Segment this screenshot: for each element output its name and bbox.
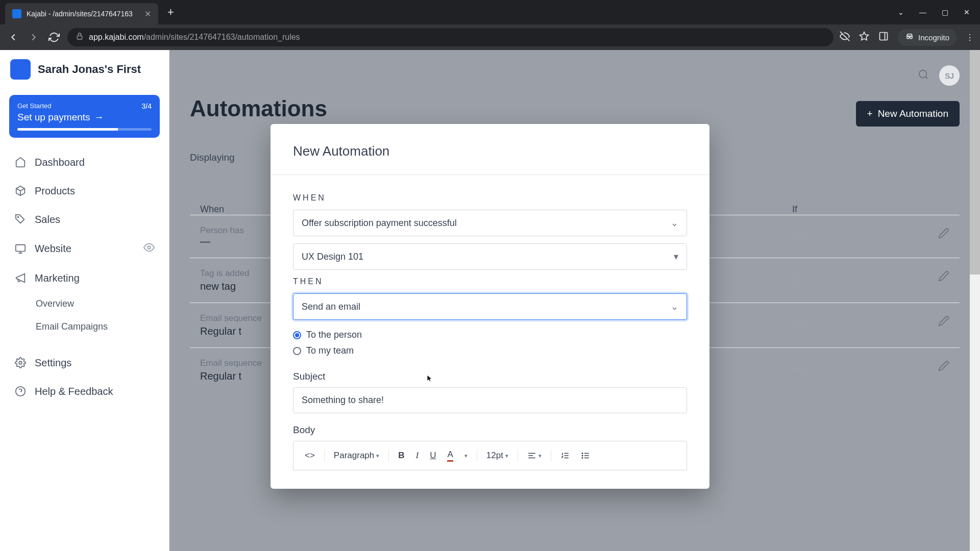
editor-toolbar: <> Paragraph ▾ B I U A ▾ 12pt ▾ ▾ [293,441,687,470]
avatar[interactable]: SJ [939,65,960,86]
kebab-icon[interactable]: ⋮ [966,33,974,42]
font-size-select[interactable]: 12pt ▾ [482,447,512,464]
radio-icon [293,347,301,355]
subnav-overview[interactable]: Overview [36,292,169,315]
text-color-button[interactable]: A [443,446,457,465]
then-action-select[interactable]: Send an email ⌄ [293,293,687,320]
close-icon[interactable]: ✕ [144,9,151,19]
scrollbar[interactable] [970,50,980,551]
pencil-icon[interactable] [938,360,949,373]
address-bar: app.kajabi.com/admin/sites/2147647163/au… [0,24,980,50]
nav-label: Marketing [35,272,80,284]
ordered-list-button[interactable] [556,448,574,463]
radio-label: To my team [306,345,354,356]
modal-title: New Automation [293,143,687,159]
paragraph-select[interactable]: Paragraph ▾ [330,447,383,464]
pencil-icon[interactable] [938,228,949,241]
subnav-email-campaigns[interactable]: Email Campaigns [36,315,169,338]
svg-point-5 [910,36,913,39]
forward-button[interactable] [27,30,41,44]
incognito-label: Incognito [918,33,949,42]
brand[interactable]: Sarah Jonas's First [0,59,169,90]
window-controls: ⌄ ― ▢ ✕ [898,8,980,16]
incognito-badge[interactable]: Incognito [898,29,957,46]
search-icon[interactable] [918,69,929,82]
brand-name: Sarah Jonas's First [38,63,141,76]
then-label: THEN [293,277,687,286]
radio-label: To the person [306,330,362,340]
new-automation-modal: New Automation WHEN Offer subscription p… [271,124,709,489]
tabs-dropdown-icon[interactable]: ⌄ [898,8,904,16]
unordered-list-button[interactable] [577,448,594,463]
home-icon [14,156,27,168]
sidebar-item-settings[interactable]: Settings [0,348,169,377]
setup-card[interactable]: Get Started 3/4 Set up payments → [9,95,160,138]
browser-tab[interactable]: Kajabi - /admin/sites/2147647163 ✕ [5,3,158,24]
radio-to-team[interactable]: To my team [293,343,687,359]
megaphone-icon [14,272,27,284]
text-color-dropdown[interactable]: ▾ [460,449,472,462]
svg-point-25 [582,453,583,454]
svg-rect-7 [16,244,25,251]
select-value: UX Design 101 [302,252,363,262]
svg-point-10 [148,246,151,249]
favicon [12,9,21,18]
nav-label: Settings [35,357,71,369]
nav-label: Sales [35,214,60,226]
progress-bar [17,128,152,131]
svg-point-26 [582,455,583,456]
eye-off-icon[interactable] [840,31,850,43]
pencil-icon[interactable] [938,315,949,329]
svg-point-27 [582,458,583,459]
svg-point-11 [19,361,22,364]
subject-input[interactable] [293,387,687,413]
sidebar: Sarah Jonas's First Get Started 3/4 Set … [0,50,169,551]
tab-bar: Kajabi - /admin/sites/2147647163 ✕ + ⌄ ―… [0,0,980,24]
lock-icon [76,32,84,42]
setup-main-label: Set up payments [17,112,90,123]
minimize-button[interactable]: ― [919,8,926,16]
svg-rect-2 [880,33,888,40]
underline-button[interactable]: U [426,447,440,464]
url-host: app.kajabi.com [89,33,144,41]
chevron-down-icon: ⌄ [671,301,678,312]
nav-label: Products [35,185,75,197]
select-value: Offer subscription payment successful [302,218,457,229]
eye-icon[interactable] [143,242,155,256]
close-window-button[interactable]: ✕ [964,8,970,16]
back-button[interactable] [6,30,20,44]
pencil-icon[interactable] [938,270,949,284]
sidebar-item-sales[interactable]: Sales [0,205,169,234]
new-automation-button[interactable]: + New Automation [856,101,960,127]
sidebar-item-products[interactable]: Products [0,177,169,205]
sidebar-item-website[interactable]: Website [0,234,169,264]
bold-button[interactable]: B [394,447,408,464]
new-tab-button[interactable]: + [167,6,174,19]
svg-line-15 [925,77,927,79]
nav-label: Website [35,243,71,255]
panel-icon[interactable] [878,31,889,43]
sidebar-item-marketing[interactable]: Marketing [0,264,169,292]
nav-label: Dashboard [35,157,85,168]
svg-point-6 [18,217,19,218]
new-automation-label: New Automation [878,108,948,119]
reload-button[interactable] [47,30,61,44]
setup-small: Get Started [17,102,152,110]
sidebar-item-help[interactable]: Help & Feedback [0,377,169,406]
url-field[interactable]: app.kajabi.com/admin/sites/2147647163/au… [67,28,834,46]
maximize-button[interactable]: ▢ [942,8,948,16]
code-view-button[interactable]: <> [301,447,319,464]
svg-point-4 [907,36,910,39]
when-offer-select[interactable]: UX Design 101 ▾ [293,243,687,270]
radio-to-person[interactable]: To the person [293,327,687,343]
radio-icon [293,331,301,339]
when-trigger-select[interactable]: Offer subscription payment successful ⌄ [293,210,687,236]
align-button[interactable]: ▾ [523,448,546,463]
italic-button[interactable]: I [412,447,423,464]
sidebar-item-dashboard[interactable]: Dashboard [0,148,169,177]
caret-down-icon: ▾ [674,251,678,262]
page-title: Automations [190,96,960,121]
svg-point-14 [919,70,927,78]
star-icon[interactable] [859,31,869,43]
box-icon [14,185,27,197]
